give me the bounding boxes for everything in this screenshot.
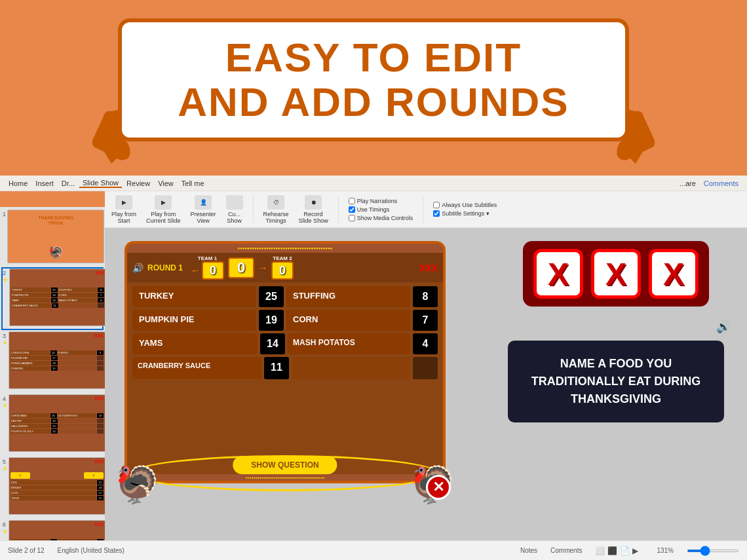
ribbon-rehearse[interactable]: ⏱ RehearseTimings [263,195,289,224]
oval-border [132,455,438,491]
x-box-1: X [533,249,583,299]
reading-view-icon[interactable]: 📄 [620,546,630,555]
zoom-slider[interactable] [687,550,739,552]
x-boxes-container: X X X [523,241,709,307]
slide-item-5[interactable]: 5★ XXX 0 0 DOG 27 BREAST 19 [3,457,102,517]
team1-label: TEAM 1 [198,255,217,261]
team2-label: TEAM 2 [273,255,292,261]
answer-empty [292,357,410,379]
score-turkey: 25 [259,286,284,307]
title-box: EASY TO EDIT AND ADD ROUNDS [118,18,629,141]
ribbon-subtitle: Always Use Subtitles Subtitle Settings ▾ [433,202,497,217]
nav-tabs: Home Insert Dr... Slide Show Review View… [0,176,747,191]
xxx-display: XXX [419,263,438,273]
main-canvas: 🦃 🦃 ✕ ●●●●●●●●●●●●●●●●●●●●●●●●●●●●●●●●●●… [105,228,747,540]
slide-xxx-6: XXX [94,522,104,527]
answer-cranberry-sauce[interactable]: CRANBERRY SAUCE [132,357,261,379]
right-panel: X X X 🔊 NAME A FOOD YOU TRADITIONALLY EA… [498,241,734,422]
title-text-line2: AND ADD ROUNDS [142,80,605,124]
slide-info: Slide 2 of 12 [8,547,45,554]
ribbon-presenter[interactable]: 👤 PresenterView [191,195,216,224]
slide-item-1[interactable]: 1 THANKSGIVINGTRIVIA 🦃 [3,210,102,266]
arrow-right-score[interactable]: → [258,263,267,273]
game-slide-container: 🦃 🦃 ✕ ●●●●●●●●●●●●●●●●●●●●●●●●●●●●●●●●●●… [118,241,452,503]
score-mash-potatos: 4 [413,333,438,354]
score-pumpkin-pie: 19 [259,310,284,331]
score-corn: 7 [413,310,438,331]
dot-pattern-top: ●●●●●●●●●●●●●●●●●●●●●●●●●●●●●●●●●●●●●●●● [127,244,443,253]
turkey-x-overlay: ✕ [426,475,451,500]
slide-xxx-3: XXX [94,333,104,338]
ribbon-options: Play Narrations Use Timings Show Media C… [349,198,413,221]
tab-home[interactable]: Home [5,179,31,187]
slide-panel[interactable]: 1 THANKSGIVINGTRIVIA 🦃 2★ XXX TURKEY 25 … [0,207,105,540]
view-buttons: ⬜ ⬛ 📄 ▶ [595,546,638,555]
round-header: 🔊 ROUND 1 TEAM 1 ← 0 0 [127,253,443,282]
answer-yams[interactable]: YAMS [132,333,258,354]
answer-row-4: CRANBERRY SAUCE 11 [132,357,438,379]
zoom-level: 131% [657,547,674,554]
ribbon: ▶ Play fromStart ▶ Play fromCurrent Slid… [105,191,747,228]
slide-xxx-4: XXX [94,396,104,401]
tab-share[interactable]: ...are [676,179,699,187]
center-score-box: 0 [228,257,254,278]
tab-tellme[interactable]: Tell me [178,179,208,187]
answer-row-2: PUMPKIN PIE 19 CORN 7 [132,310,438,331]
language-info: English (United States) [58,547,125,554]
ribbon-custom[interactable]: Cu...Show [226,195,243,224]
normal-view-icon[interactable]: ⬜ [595,546,605,555]
question-box: NAME A FOOD YOU TRADITIONALLY EAT DURING… [508,341,724,422]
answer-row-1: TURKEY 25 STUFFING 8 [132,286,438,307]
score2-box: 0 [271,261,294,280]
answer-turkey[interactable]: TURKEY [132,286,256,307]
answers-grid: TURKEY 25 STUFFING 8 PUMPKIN PIE 19 CORN… [127,282,443,383]
slide-xxx-2: XXX [95,271,104,275]
answer-corn[interactable]: CORN [286,310,410,331]
game-board: ●●●●●●●●●●●●●●●●●●●●●●●●●●●●●●●●●●●●●●●●… [125,241,446,483]
volume-icon[interactable]: 🔊 [716,320,731,334]
speaker-icon[interactable]: 🔊 [132,263,144,273]
x-box-2: X [591,249,641,299]
slide-sorter-icon[interactable]: ⬛ [607,546,617,555]
slide-item-6[interactable]: 6★ XXX FLIGHTS 21 DANCERS 7 BALLONS 16 T… [3,520,102,540]
ribbon-record[interactable]: ⏺ RecordSlide Show [299,195,328,224]
round-label: ROUND 1 [147,263,183,272]
score-cranberry-sauce: 11 [264,357,289,379]
status-bar: Slide 2 of 12 English (United States) No… [0,540,747,560]
arrow-left-score[interactable]: ← [191,265,200,276]
score1-box: 0 [202,261,224,280]
title-text-line1: EASY TO EDIT [142,35,605,80]
score-yams: 14 [260,333,285,354]
slideshow-view-icon[interactable]: ▶ [632,546,638,555]
team2-area: TEAM 2 0 [271,255,294,280]
answer-stuffing[interactable]: STUFFING [286,286,410,307]
x-box-3: X [649,249,699,299]
answer-row-3: YAMS 14 MASH POTATOS 4 [132,333,438,354]
ribbon-play-start[interactable]: ▶ Play fromStart [111,195,136,224]
tab-comments[interactable]: Comments [700,179,742,187]
answer-mash-potatos[interactable]: MASH POTATOS [288,333,410,354]
tab-slideshow[interactable]: Slide Show [79,179,122,188]
answer-pumpkin-pie[interactable]: PUMPKIN PIE [132,310,256,331]
notes-button[interactable]: Notes [520,547,537,554]
slide-item-3[interactable]: 3★ XXX CORNUCOPIA 22 TURKEY 9 PILGRIM HA… [3,331,102,392]
slide-item-2[interactable]: 2★ XXX TURKEY 25 STUFFING 8 PUMPKIN PIE … [3,269,102,329]
turkey-left-icon: 🦃 [115,467,160,503]
slide-item-4[interactable]: 4★ XXX CHRISTMAS 20 OCTOBERFEST 10 EASTE… [3,394,102,455]
tab-insert[interactable]: Insert [32,179,57,187]
slide-xxx-5: XXX [94,459,104,464]
tab-view[interactable]: View [155,179,177,187]
team1-area: TEAM 1 ← 0 [191,255,224,280]
tab-design[interactable]: Dr... [58,179,78,187]
comments-button[interactable]: Comments [550,547,582,554]
score-stuffing: 8 [413,286,438,307]
tab-review[interactable]: Review [123,179,153,187]
ribbon-play-current[interactable]: ▶ Play fromCurrent Slide [146,195,181,224]
score-empty [413,357,438,379]
